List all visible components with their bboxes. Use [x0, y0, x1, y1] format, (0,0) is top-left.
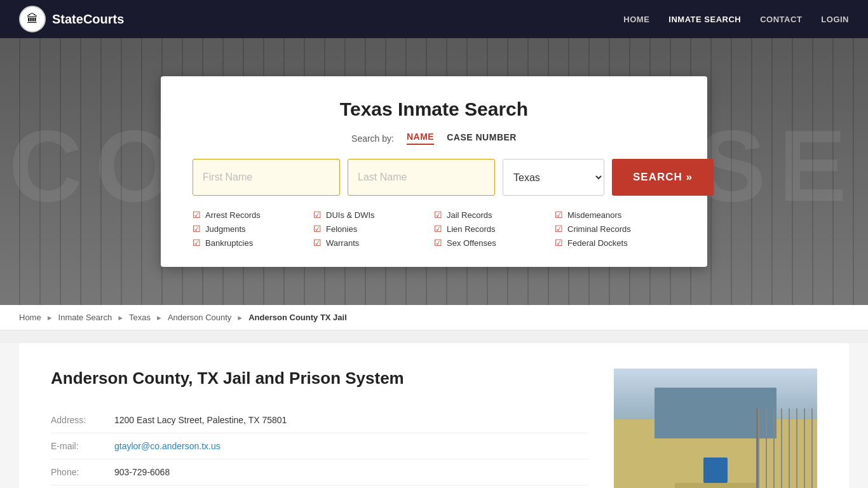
feature-label: Arrest Records — [205, 210, 261, 220]
logo-icon: 🏛 — [19, 6, 46, 32]
address-row: Address: 1200 East Lacy Street, Palestin… — [51, 407, 588, 433]
check-icon: ☑ — [193, 224, 201, 234]
breadcrumb-current: Anderson County TX Jail — [248, 313, 347, 322]
last-name-input[interactable] — [348, 159, 495, 196]
search-button[interactable]: SEARCH » — [612, 159, 714, 196]
tab-case-number[interactable]: CASE NUMBER — [447, 132, 517, 144]
facility-image — [614, 369, 817, 488]
check-icon: ☑ — [555, 238, 563, 248]
feature-lien-records: ☑ Lien Records — [434, 224, 555, 234]
breadcrumb-sep-2: ► — [117, 314, 124, 322]
feature-label: Federal Dockets — [567, 238, 628, 248]
breadcrumb: Home ► Inmate Search ► Texas ► Anderson … — [0, 305, 868, 330]
check-icon: ☑ — [313, 224, 322, 234]
feature-label: Bankruptcies — [205, 238, 253, 248]
phone-value: 903-729-6068 — [114, 467, 170, 477]
tab-name[interactable]: NAME — [407, 132, 434, 145]
building-background — [614, 369, 817, 488]
state-select[interactable]: AlabamaAlaskaArizonaArkansasCaliforniaCo… — [503, 159, 604, 196]
check-icon: ☑ — [313, 238, 322, 248]
nav-login[interactable]: LOGIN — [821, 15, 849, 24]
feature-label: Felonies — [326, 224, 357, 234]
feature-duis: ☑ DUIs & DWIs — [313, 210, 434, 220]
check-icon: ☑ — [193, 210, 201, 220]
feature-label: Judgments — [205, 224, 246, 234]
first-name-input[interactable] — [193, 159, 340, 196]
check-icon: ☑ — [555, 210, 563, 220]
fax-row: Fax: 903-729-3022 — [51, 485, 588, 488]
feature-sex-offenses: ☑ Sex Offenses — [434, 238, 555, 248]
building-stairs — [675, 483, 756, 488]
check-icon: ☑ — [555, 224, 563, 234]
feature-label: DUIs & DWIs — [326, 210, 375, 220]
content-title: Anderson County, TX Jail and Prison Syst… — [51, 369, 588, 388]
phone-label: Phone: — [51, 467, 114, 477]
feature-label: Lien Records — [447, 224, 496, 234]
email-label: E-mail: — [51, 441, 114, 451]
feature-criminal-records: ☑ Criminal Records — [555, 224, 675, 234]
breadcrumb-texas[interactable]: Texas — [129, 313, 151, 322]
feature-label: Criminal Records — [567, 224, 631, 234]
breadcrumb-home[interactable]: Home — [19, 313, 41, 322]
nav: HOME INMATE SEARCH CONTACT LOGIN — [623, 15, 849, 24]
content-card: Anderson County, TX Jail and Prison Syst… — [19, 343, 849, 488]
search-inputs: AlabamaAlaskaArizonaArkansasCaliforniaCo… — [193, 159, 675, 196]
feature-label: Warrants — [326, 238, 359, 248]
logo[interactable]: 🏛 StateCourts — [19, 6, 124, 32]
breadcrumb-sep-1: ► — [46, 314, 53, 322]
nav-contact[interactable]: CONTACT — [760, 15, 802, 24]
feature-judgments: ☑ Judgments — [193, 224, 313, 234]
check-icon: ☑ — [434, 210, 442, 220]
building-fence — [756, 409, 817, 488]
search-by-row: Search by: NAME CASE NUMBER — [193, 132, 675, 145]
building-door — [703, 458, 728, 483]
feature-label: Jail Records — [447, 210, 492, 220]
check-icon: ☑ — [193, 238, 201, 248]
breadcrumb-sep-3: ► — [156, 314, 163, 322]
check-icon: ☑ — [313, 210, 322, 220]
feature-arrest-records: ☑ Arrest Records — [193, 210, 313, 220]
search-button-label: SEARCH » — [633, 171, 693, 184]
check-icon: ☑ — [434, 238, 442, 248]
feature-federal-dockets: ☑ Federal Dockets — [555, 238, 675, 248]
main-content: Anderson County, TX Jail and Prison Syst… — [0, 343, 868, 488]
hero-section: COURTHOUSE Texas Inmate Search Search by… — [0, 38, 868, 305]
check-icon: ☑ — [434, 224, 442, 234]
nav-inmate-search[interactable]: INMATE SEARCH — [668, 15, 741, 24]
address-label: Address: — [51, 415, 114, 425]
feature-bankruptcies: ☑ Bankruptcies — [193, 238, 313, 248]
feature-label: Sex Offenses — [447, 238, 496, 248]
search-title: Texas Inmate Search — [193, 98, 675, 120]
header: 🏛 StateCourts HOME INMATE SEARCH CONTACT… — [0, 0, 868, 38]
address-value: 1200 East Lacy Street, Palestine, TX 758… — [114, 415, 287, 425]
nav-home[interactable]: HOME — [623, 15, 649, 24]
content-text: Anderson County, TX Jail and Prison Syst… — [51, 369, 588, 488]
email-row: E-mail: gtaylor@co.anderson.tx.us — [51, 433, 588, 459]
breadcrumb-sep-4: ► — [236, 314, 243, 322]
email-link[interactable]: gtaylor@co.anderson.tx.us — [114, 441, 220, 451]
breadcrumb-anderson-county[interactable]: Anderson County — [168, 313, 231, 322]
feature-jail-records: ☑ Jail Records — [434, 210, 555, 220]
breadcrumb-inmate-search[interactable]: Inmate Search — [58, 313, 112, 322]
search-by-label: Search by: — [351, 133, 394, 144]
search-card: Texas Inmate Search Search by: NAME CASE… — [161, 76, 707, 267]
feature-felonies: ☑ Felonies — [313, 224, 434, 234]
phone-row: Phone: 903-729-6068 — [51, 459, 588, 485]
feature-warrants: ☑ Warrants — [313, 238, 434, 248]
feature-label: Misdemeanors — [567, 210, 621, 220]
feature-misdemeanors: ☑ Misdemeanors — [555, 210, 675, 220]
logo-text: StateCourts — [52, 12, 124, 27]
features-grid: ☑ Arrest Records ☑ DUIs & DWIs ☑ Jail Re… — [193, 210, 675, 248]
